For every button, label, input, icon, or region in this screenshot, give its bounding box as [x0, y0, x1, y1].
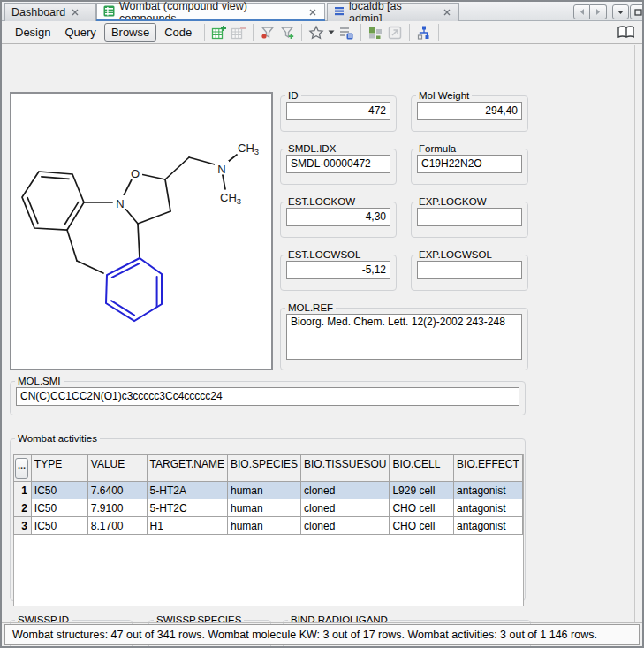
toolbar-separator: [253, 24, 254, 41]
molecule-structure: O N N CH3 CH3: [11, 94, 271, 369]
methyl-label-bottom: CH3: [220, 191, 241, 206]
toolbar-separator: [204, 24, 205, 41]
mol-weight-field[interactable]: 294,40: [417, 102, 522, 120]
toolbar-separator: [438, 24, 439, 41]
toolbar-separator: [409, 24, 410, 41]
maximize-control: [630, 4, 644, 19]
star-dropdown-caret-icon[interactable]: [327, 24, 336, 42]
field-label: Mol Weight: [416, 91, 472, 101]
field-label: Formula: [416, 144, 458, 154]
content-bottom-divider: [2, 622, 642, 623]
toolbar-separator: [360, 24, 361, 41]
table-header-row: ... TYPE VALUE TARGET.NAME BIO.SPECIES B…: [14, 455, 523, 482]
filter-add-icon[interactable]: [278, 24, 296, 42]
exp-logwsol-field[interactable]: [417, 261, 522, 279]
browse-button[interactable]: Browse: [104, 23, 156, 42]
tab-nav-buttons: [573, 4, 607, 19]
layout-blocks-icon[interactable]: [367, 24, 384, 42]
remove-data-tree-icon[interactable]: [230, 24, 247, 42]
design-button[interactable]: Design: [9, 24, 57, 41]
application-window: Dashboard Wombat (compound view) compoun…: [0, 0, 644, 648]
activities-grid-area: ... TYPE VALUE TARGET.NAME BIO.SPECIES B…: [13, 454, 524, 606]
close-icon[interactable]: [442, 7, 452, 18]
field-label: SMDL.IDX: [285, 144, 338, 154]
scroll-right-icon[interactable]: [590, 4, 607, 19]
est-logwsol-field[interactable]: -5,12: [286, 261, 390, 279]
field-group-est-logkow: EST.LOGKOW 4,30: [280, 197, 397, 238]
methyl-label-top: CH3: [238, 141, 259, 156]
field-label: EST.LOGWSOL: [285, 250, 363, 260]
content-right-edge: [634, 45, 635, 622]
column-header-bio-species[interactable]: BIO.SPECIES: [228, 455, 301, 482]
mol-smi-field[interactable]: CN(C)CC1CC2N(O1)c3ccccc3Cc4ccccc24: [16, 387, 519, 406]
add-data-tree-icon[interactable]: [210, 24, 228, 42]
tab-wombat-compound-view[interactable]: Wombat (compound view) compounds: [96, 3, 325, 21]
export-widget-icon[interactable]: [386, 24, 404, 42]
atom-label-n-amine: N: [217, 163, 225, 176]
table-options-button[interactable]: ...: [15, 458, 28, 479]
main-toolbar: Design Query Browse Code: [2, 21, 642, 44]
column-header-bio-tissuesource[interactable]: BIO.TISSUESOU: [301, 455, 390, 482]
code-button[interactable]: Code: [158, 24, 198, 41]
tab-label: Dashboard: [11, 6, 65, 19]
column-header-type[interactable]: TYPE: [31, 455, 87, 482]
field-label: EXP.LOGWSOL: [416, 250, 495, 260]
status-text: Wombat structures: 47 out of 341 rows. W…: [12, 629, 597, 641]
column-header-bio-cell[interactable]: BIO.CELL: [390, 455, 454, 482]
structure-viewer-panel[interactable]: O N N CH3 CH3: [10, 92, 273, 370]
field-label: EXP.LOGKOW: [416, 197, 489, 207]
form-content-area: O N N CH3 CH3 ID 472 Mol Weight 294,40 S…: [2, 45, 642, 620]
field-label: EST.LOGKOW: [285, 197, 358, 207]
status-bar: Wombat structures: 47 out of 341 rows. W…: [4, 624, 640, 645]
table-row[interactable]: 3 IC50 8.1700 H1 human cloned CHO cell a…: [14, 517, 523, 535]
toolbar-separator: [301, 24, 302, 41]
field-group-exp-logkow: EXP.LOGKOW: [411, 197, 528, 238]
exp-logkow-field[interactable]: [417, 208, 522, 226]
close-icon[interactable]: [70, 7, 80, 18]
dropdown-arrow-icon[interactable]: [612, 4, 629, 19]
field-group-formula: Formula C19H22N2O: [411, 144, 528, 185]
field-group-est-logwsol: EST.LOGWSOL -5,12: [280, 250, 397, 291]
column-header-value[interactable]: VALUE: [87, 455, 147, 482]
scroll-left-icon[interactable]: [573, 4, 590, 19]
filter-remove-icon[interactable]: [259, 24, 277, 42]
field-group-smdl-idx: SMDL.IDX SMDL-00000472: [280, 144, 397, 185]
id-field[interactable]: 472: [286, 102, 390, 120]
field-group-id: ID 472: [280, 91, 397, 132]
activities-label: Wombat activities: [15, 434, 100, 444]
field-label: ID: [285, 91, 301, 101]
highlighted-ring: [106, 258, 162, 321]
column-header-bio-effect[interactable]: BIO.EFFECT: [454, 455, 523, 482]
favorites-star-icon[interactable]: [307, 24, 325, 42]
hierarchy-tree-icon[interactable]: [415, 24, 433, 42]
field-group-mol-ref: MOL.REF Bioorg. Med. Chem. Lett. 12(2)-2…: [280, 303, 528, 370]
tab-bar: Dashboard Wombat (compound view) compoun…: [2, 2, 642, 21]
column-header-target-name[interactable]: TARGET.NAME: [147, 455, 227, 482]
field-list-icon[interactable]: [337, 24, 355, 42]
mol-ref-field[interactable]: Bioorg. Med. Chem. Lett. 12(2)-2002 243-…: [286, 314, 522, 360]
formula-field[interactable]: C19H22N2O: [417, 155, 522, 173]
maximize-icon[interactable]: [630, 4, 644, 19]
est-logkow-field[interactable]: 4,30: [286, 208, 390, 226]
field-label: MOL.REF: [285, 303, 336, 313]
close-icon[interactable]: [307, 7, 318, 18]
field-label: MOL.SMI: [15, 377, 64, 386]
query-button[interactable]: Query: [58, 24, 102, 41]
field-group-exp-logwsol: EXP.LOGWSOL: [411, 250, 528, 291]
activities-table: ... TYPE VALUE TARGET.NAME BIO.SPECIES B…: [13, 454, 523, 535]
table-row[interactable]: 2 IC50 7.9100 5-HT2C human cloned CHO ce…: [14, 499, 523, 517]
tab-localdb[interactable]: localdb [as admin]: [327, 3, 459, 21]
field-group-mol-smi: MOL.SMI CN(C)CC1CC2N(O1)c3ccccc3Cc4ccccc…: [10, 377, 526, 415]
atom-label-n-ring: N: [116, 197, 124, 210]
table-row[interactable]: 1 IC50 7.6400 5-HT2A human cloned L929 c…: [14, 482, 523, 499]
database-list-icon: [334, 6, 345, 19]
wombat-activities-group: Wombat activities ... TYPE VALUE TARGET.…: [10, 434, 526, 601]
tab-list-dropdown: [612, 4, 629, 19]
atom-label-o: O: [131, 167, 140, 180]
form-grid-icon: [103, 5, 115, 19]
smdl-idx-field[interactable]: SMDL-00000472: [286, 155, 390, 173]
tab-dashboard[interactable]: Dashboard: [4, 3, 96, 21]
bookmarks-book-icon[interactable]: [617, 24, 634, 42]
field-group-mol-weight: Mol Weight 294,40: [411, 91, 528, 132]
